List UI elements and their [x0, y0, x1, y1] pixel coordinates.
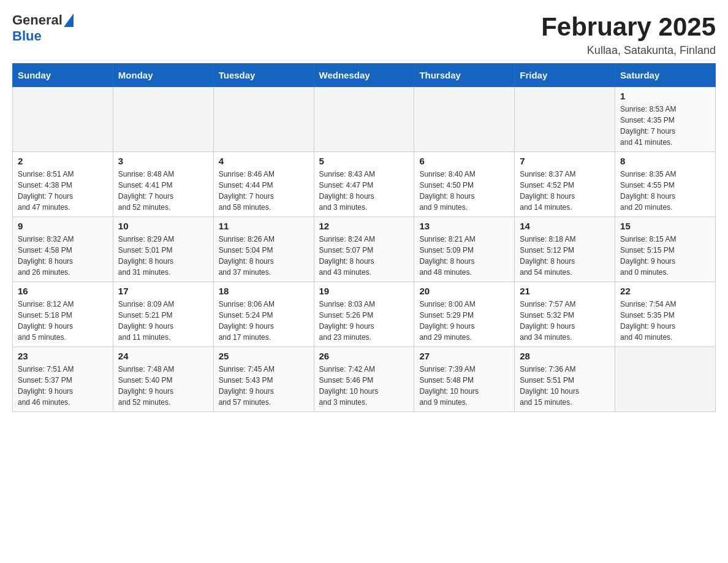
day-number: 3: [118, 156, 208, 166]
day-info: Sunrise: 7:51 AM Sunset: 5:37 PM Dayligh…: [18, 364, 108, 408]
calendar-cell: [414, 87, 515, 152]
calendar-header-row: SundayMondayTuesdayWednesdayThursdayFrid…: [13, 64, 716, 87]
day-info: Sunrise: 7:57 AM Sunset: 5:32 PM Dayligh…: [520, 299, 610, 343]
day-info: Sunrise: 8:43 AM Sunset: 4:47 PM Dayligh…: [319, 169, 409, 213]
day-number: 2: [18, 156, 108, 166]
day-info: Sunrise: 8:51 AM Sunset: 4:38 PM Dayligh…: [18, 169, 108, 213]
day-number: 4: [219, 156, 309, 166]
day-number: 21: [520, 286, 610, 296]
calendar-cell: [13, 87, 113, 152]
day-info: Sunrise: 7:54 AM Sunset: 5:35 PM Dayligh…: [620, 299, 710, 343]
calendar-cell: 4Sunrise: 8:46 AM Sunset: 4:44 PM Daylig…: [213, 152, 314, 217]
logo-triangle-icon: [64, 13, 74, 27]
day-number: 6: [419, 156, 509, 166]
day-info: Sunrise: 8:03 AM Sunset: 5:26 PM Dayligh…: [319, 299, 409, 343]
day-number: 14: [520, 221, 610, 231]
day-number: 26: [319, 351, 409, 361]
calendar-cell: 6Sunrise: 8:40 AM Sunset: 4:50 PM Daylig…: [414, 152, 515, 217]
day-number: 20: [419, 286, 509, 296]
calendar-cell: 7Sunrise: 8:37 AM Sunset: 4:52 PM Daylig…: [515, 152, 615, 217]
day-number: 19: [319, 286, 409, 296]
day-number: 9: [18, 221, 108, 231]
day-info: Sunrise: 7:48 AM Sunset: 5:40 PM Dayligh…: [118, 364, 208, 408]
logo-general-text: General: [12, 12, 63, 28]
calendar-cell: [314, 87, 414, 152]
logo-blue-text: Blue: [12, 28, 42, 44]
day-info: Sunrise: 8:24 AM Sunset: 5:07 PM Dayligh…: [319, 234, 409, 278]
day-number: 1: [620, 91, 710, 101]
day-info: Sunrise: 8:18 AM Sunset: 5:12 PM Dayligh…: [520, 234, 610, 278]
day-number: 17: [118, 286, 208, 296]
calendar-cell: 1Sunrise: 8:53 AM Sunset: 4:35 PM Daylig…: [615, 87, 716, 152]
calendar-title: February 2025: [541, 12, 716, 42]
calendar-cell: 10Sunrise: 8:29 AM Sunset: 5:01 PM Dayli…: [113, 217, 213, 282]
calendar-week-row: 1Sunrise: 8:53 AM Sunset: 4:35 PM Daylig…: [13, 87, 716, 152]
day-info: Sunrise: 8:00 AM Sunset: 5:29 PM Dayligh…: [419, 299, 509, 343]
calendar-cell: 25Sunrise: 7:45 AM Sunset: 5:43 PM Dayli…: [213, 347, 314, 412]
calendar-cell: 28Sunrise: 7:36 AM Sunset: 5:51 PM Dayli…: [515, 347, 615, 412]
calendar-subtitle: Kullaa, Satakunta, Finland: [541, 44, 716, 57]
calendar-cell: 11Sunrise: 8:26 AM Sunset: 5:04 PM Dayli…: [213, 217, 314, 282]
day-info: Sunrise: 8:32 AM Sunset: 4:58 PM Dayligh…: [18, 234, 108, 278]
calendar-cell: 23Sunrise: 7:51 AM Sunset: 5:37 PM Dayli…: [13, 347, 113, 412]
day-number: 16: [18, 286, 108, 296]
day-info: Sunrise: 7:45 AM Sunset: 5:43 PM Dayligh…: [219, 364, 309, 408]
day-number: 5: [319, 156, 409, 166]
day-of-week-header: Friday: [515, 64, 615, 87]
calendar-week-row: 23Sunrise: 7:51 AM Sunset: 5:37 PM Dayli…: [13, 347, 716, 412]
calendar-cell: [113, 87, 213, 152]
day-number: 27: [419, 351, 509, 361]
day-number: 13: [419, 221, 509, 231]
day-info: Sunrise: 8:35 AM Sunset: 4:55 PM Dayligh…: [620, 169, 710, 213]
title-block: February 2025 Kullaa, Satakunta, Finland: [541, 12, 716, 57]
day-number: 28: [520, 351, 610, 361]
day-number: 11: [219, 221, 309, 231]
day-info: Sunrise: 8:48 AM Sunset: 4:41 PM Dayligh…: [118, 169, 208, 213]
day-number: 7: [520, 156, 610, 166]
calendar-cell: 8Sunrise: 8:35 AM Sunset: 4:55 PM Daylig…: [615, 152, 716, 217]
day-info: Sunrise: 8:12 AM Sunset: 5:18 PM Dayligh…: [18, 299, 108, 343]
day-info: Sunrise: 7:36 AM Sunset: 5:51 PM Dayligh…: [520, 364, 610, 408]
day-of-week-header: Monday: [113, 64, 213, 87]
calendar-cell: 17Sunrise: 8:09 AM Sunset: 5:21 PM Dayli…: [113, 282, 213, 347]
calendar-cell: 18Sunrise: 8:06 AM Sunset: 5:24 PM Dayli…: [213, 282, 314, 347]
day-info: Sunrise: 8:29 AM Sunset: 5:01 PM Dayligh…: [118, 234, 208, 278]
calendar-cell: 9Sunrise: 8:32 AM Sunset: 4:58 PM Daylig…: [13, 217, 113, 282]
day-info: Sunrise: 8:40 AM Sunset: 4:50 PM Dayligh…: [419, 169, 509, 213]
day-number: 23: [18, 351, 108, 361]
day-info: Sunrise: 7:39 AM Sunset: 5:48 PM Dayligh…: [419, 364, 509, 408]
day-of-week-header: Sunday: [13, 64, 113, 87]
day-info: Sunrise: 8:53 AM Sunset: 4:35 PM Dayligh…: [620, 104, 710, 148]
calendar-cell: 24Sunrise: 7:48 AM Sunset: 5:40 PM Dayli…: [113, 347, 213, 412]
page-header: General Blue February 2025 Kullaa, Satak…: [12, 12, 716, 57]
day-info: Sunrise: 8:21 AM Sunset: 5:09 PM Dayligh…: [419, 234, 509, 278]
day-of-week-header: Thursday: [414, 64, 515, 87]
day-info: Sunrise: 8:46 AM Sunset: 4:44 PM Dayligh…: [219, 169, 309, 213]
day-info: Sunrise: 8:09 AM Sunset: 5:21 PM Dayligh…: [118, 299, 208, 343]
day-number: 18: [219, 286, 309, 296]
day-info: Sunrise: 8:15 AM Sunset: 5:15 PM Dayligh…: [620, 234, 710, 278]
day-number: 24: [118, 351, 208, 361]
logo: General Blue: [12, 12, 74, 44]
calendar-cell: [213, 87, 314, 152]
calendar-week-row: 16Sunrise: 8:12 AM Sunset: 5:18 PM Dayli…: [13, 282, 716, 347]
calendar-cell: 16Sunrise: 8:12 AM Sunset: 5:18 PM Dayli…: [13, 282, 113, 347]
day-info: Sunrise: 8:06 AM Sunset: 5:24 PM Dayligh…: [219, 299, 309, 343]
calendar-cell: 21Sunrise: 7:57 AM Sunset: 5:32 PM Dayli…: [515, 282, 615, 347]
calendar-cell: 27Sunrise: 7:39 AM Sunset: 5:48 PM Dayli…: [414, 347, 515, 412]
day-info: Sunrise: 8:26 AM Sunset: 5:04 PM Dayligh…: [219, 234, 309, 278]
day-of-week-header: Tuesday: [213, 64, 314, 87]
calendar-cell: 2Sunrise: 8:51 AM Sunset: 4:38 PM Daylig…: [13, 152, 113, 217]
calendar-cell: [615, 347, 716, 412]
calendar-cell: 14Sunrise: 8:18 AM Sunset: 5:12 PM Dayli…: [515, 217, 615, 282]
calendar-cell: [515, 87, 615, 152]
calendar-cell: 15Sunrise: 8:15 AM Sunset: 5:15 PM Dayli…: [615, 217, 716, 282]
day-of-week-header: Saturday: [615, 64, 716, 87]
day-number: 25: [219, 351, 309, 361]
calendar-week-row: 2Sunrise: 8:51 AM Sunset: 4:38 PM Daylig…: [13, 152, 716, 217]
calendar-cell: 19Sunrise: 8:03 AM Sunset: 5:26 PM Dayli…: [314, 282, 414, 347]
calendar-cell: 5Sunrise: 8:43 AM Sunset: 4:47 PM Daylig…: [314, 152, 414, 217]
day-number: 10: [118, 221, 208, 231]
calendar-table: SundayMondayTuesdayWednesdayThursdayFrid…: [12, 63, 716, 412]
calendar-cell: 12Sunrise: 8:24 AM Sunset: 5:07 PM Dayli…: [314, 217, 414, 282]
